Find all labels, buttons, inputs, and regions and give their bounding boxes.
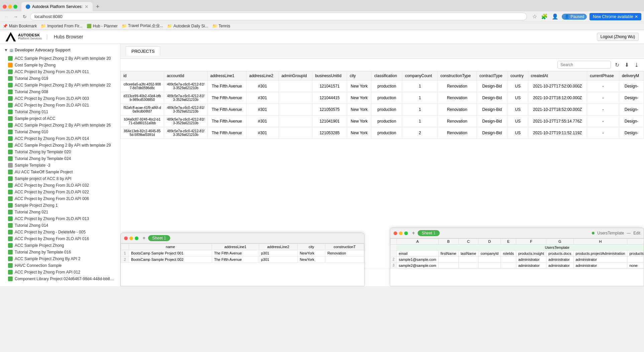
address-bar[interactable]: localhost:8080 <box>30 13 527 20</box>
users-win-max[interactable] <box>404 231 408 235</box>
sidebar-item-icon-0 <box>8 56 13 61</box>
cell-0-city: New York <box>347 80 371 92</box>
projects-sheet-header: name addressLine1 addressLine2 city cons… <box>121 244 364 250</box>
users-win-min[interactable] <box>399 231 403 235</box>
sidebar-item-23[interactable]: Tutorial Zhong 021 <box>0 209 120 215</box>
sidebar-item-5[interactable]: Tutorial Zhong 008 <box>0 89 120 95</box>
sidebar-item-0[interactable]: ACC Sample Project Zhong 2 By API with t… <box>0 55 120 62</box>
col-currentPhase: currentPhase <box>587 71 619 80</box>
sidebar-item-icon-33 <box>8 277 13 281</box>
projects-tab[interactable]: PROJECTS <box>126 46 160 56</box>
sidebar-item-11[interactable]: Tutorial Zhong 010 <box>0 129 120 135</box>
sidebar-item-29[interactable]: Tutorial Zhong by Template 016 <box>0 249 120 255</box>
tab-close-icon[interactable]: ✕ <box>85 4 89 9</box>
sidebar-item-13[interactable]: ACC Sample Project Zhong 2 By API with t… <box>0 142 120 149</box>
sidebar-item-12[interactable]: ACC Project by Zhong From 2LO API 014 <box>0 135 120 142</box>
sidebar-item-27[interactable]: ACC Project by Zhong From 2LO API 016 <box>0 235 120 242</box>
cell-4-contractType: Design-Bid <box>476 127 508 139</box>
bookmark-travel[interactable]: 📁 Travel Portal,企业... <box>122 23 163 29</box>
users-row2-docs: administrator <box>546 262 573 269</box>
sidebar-item-24[interactable]: ACC Project by Zhong From 2LO API 013 <box>0 215 120 222</box>
sidebar-item-22[interactable]: Sample Project Zhong 1 <box>0 202 120 209</box>
sidebar-content-area: ▼ 🏢 Developer Advocacy Support ACC Sampl… <box>0 44 644 286</box>
window-minimize-btn[interactable] <box>8 5 12 9</box>
sidebar-item-7[interactable]: ACC Project by Zhong From 2LO API 021 <box>0 102 120 109</box>
back-button[interactable]: ← <box>3 13 10 20</box>
bookmark-hub[interactable]: 🟩 Hub - Planner <box>87 24 118 28</box>
logout-button[interactable]: Logout (Zhong Wu) <box>597 33 639 41</box>
cell-3-companyCount: 1 <box>402 116 438 127</box>
sidebar-item-26[interactable]: ACC Project by Zhong - DeleteMe - 005 <box>0 229 120 235</box>
sidebar-item-3[interactable]: Tutorial Zhong 019 <box>0 75 120 82</box>
search-input[interactable] <box>557 61 611 69</box>
projects-win-min[interactable] <box>129 236 133 240</box>
new-chrome-label: New Chrome available <box>593 14 633 19</box>
window-maximize-btn[interactable] <box>13 5 17 9</box>
sidebar-item-icon-3 <box>8 76 13 81</box>
sidebar-item-label-2: ACC Project by Zhong From 2LO API 011 <box>15 69 89 74</box>
sidebar-item-33[interactable]: Component Library Project 024d6467-98d4-… <box>0 276 120 282</box>
sidebar-item-label-7: ACC Project by Zhong From 2LO API 021 <box>15 103 89 108</box>
users-win-tab[interactable]: Sheet 1 <box>418 230 439 236</box>
active-tab[interactable]: 🔵 Autodesk Platform Services: ✕ <box>21 2 93 11</box>
sidebar-item-19[interactable]: ACC Project by Zhong From 3LO API 032 <box>0 182 120 189</box>
cell-0-contractType: Design-Bid <box>476 80 508 92</box>
cell-3-constructionType: Renovation <box>438 116 477 127</box>
bookmark-imported-label: Imported From Fir... <box>47 24 82 28</box>
profile-icon[interactable]: 👤 <box>551 13 559 20</box>
refresh-button[interactable]: ↻ <box>614 61 621 69</box>
col-addressLine2: addressLine2 <box>246 71 279 80</box>
sidebar-item-18[interactable]: Sample project of ACC 8 by API <box>0 175 120 182</box>
sidebar-item-31[interactable]: HAVC Connection Sample <box>0 262 120 269</box>
sidebar-item-28[interactable]: ACC Sample Project Zhong <box>0 242 120 249</box>
sidebar-item-15[interactable]: Tutorial Zhong by Template 024 <box>0 155 120 162</box>
pt-row1-name: BootsCamp Sample Project 001 <box>129 250 212 256</box>
window-close-btn[interactable] <box>3 5 7 9</box>
hubs-browser-title: Hubs Browser <box>54 34 83 39</box>
bookmark-imported[interactable]: 📁 Imported From Fir... <box>41 24 82 28</box>
sidebar-item-16[interactable]: Sample Template -3 <box>0 162 120 169</box>
cell-3-deliveryM: Design- <box>619 116 644 127</box>
sidebar-item-label-0: ACC Sample Project Zhong 2 By API with t… <box>15 56 111 61</box>
users-win-close[interactable] <box>394 231 397 235</box>
sidebar-item-10[interactable]: ACC Sample Project Zhong 2 By API with t… <box>0 122 120 129</box>
profile-badge[interactable]: 👤 Paused <box>562 14 587 20</box>
sidebar-item-label-31: HAVC Connection Sample <box>15 263 62 268</box>
new-tab-button[interactable]: + <box>94 3 102 10</box>
projects-win-tab[interactable]: Sheet 1 <box>148 235 170 241</box>
sidebar-item-8[interactable]: Tutorial Zhong 011 <box>0 109 120 115</box>
sidebar-item-17[interactable]: AU ACC TakeOff Sample Project <box>0 169 120 175</box>
download-button[interactable]: ⬇ <box>623 61 630 69</box>
new-chrome-button[interactable]: New Chrome available ✕ <box>589 13 641 20</box>
projects-win-max[interactable] <box>135 236 138 240</box>
bookmark-main[interactable]: 📌 Main Bookmark <box>3 24 37 28</box>
bookmark-icon[interactable]: ☆ <box>532 13 538 20</box>
sidebar-item-25[interactable]: Tutorial Zhong 014 <box>0 222 120 229</box>
reload-button[interactable]: ↻ <box>21 13 28 20</box>
forward-button[interactable]: → <box>12 13 19 20</box>
sidebar-item-20[interactable]: ACC Project by Zhong From 2LO API 022 <box>0 189 120 195</box>
sidebar-item-9[interactable]: Sample project of ACC <box>0 115 120 122</box>
sidebar-item-30[interactable]: ACC Sample Project Zhong By API 2 <box>0 255 120 262</box>
sidebar-item-21[interactable]: ACC Project by Zhong From 2LO API 006 <box>0 195 120 202</box>
pt-col-addr2: addressLine2 <box>259 244 298 250</box>
export-button[interactable]: ⤓ <box>633 61 640 69</box>
sidebar-item-6[interactable]: ACC Project by Zhong From 2LO API 003 <box>0 95 120 102</box>
sidebar-item-2[interactable]: ACC Project by Zhong From 2LO API 011 <box>0 68 120 75</box>
sidebar-item-4[interactable]: ACC Sample Project Zhong 2 By API with t… <box>0 82 120 89</box>
cell-1-contractType: Design-Bid <box>476 92 508 104</box>
projects-win-tab-add[interactable]: + <box>142 235 145 241</box>
sidebar-item-icon-18 <box>8 176 13 181</box>
sidebar-item-1[interactable]: Cost Sample by Zhong <box>0 62 120 68</box>
sidebar-item-14[interactable]: Tutorial Zhong by Template 020 <box>0 149 120 155</box>
table-row: d313ce99-40b2-43d4-bfbb-989cd5308850489c… <box>121 92 644 104</box>
users-edit-label[interactable]: Edit <box>633 231 640 235</box>
bookmark-tennis[interactable]: 📁 Tennis <box>212 24 230 28</box>
extension-icon[interactable]: 🧩 <box>540 13 548 20</box>
sidebar-item-32[interactable]: ACC Project by Zhong From API 012 <box>0 269 120 276</box>
bookmark-autodesk[interactable]: 📁 Autodesk Daily Si... <box>167 24 208 28</box>
projects-win-close[interactable] <box>124 236 128 240</box>
sidebar-section-header[interactable]: ▼ 🏢 Developer Advocacy Support <box>0 46 120 54</box>
cell-1-businessUnitId: 121044415 <box>312 92 347 104</box>
users-win-tab-add[interactable]: + <box>412 230 415 236</box>
